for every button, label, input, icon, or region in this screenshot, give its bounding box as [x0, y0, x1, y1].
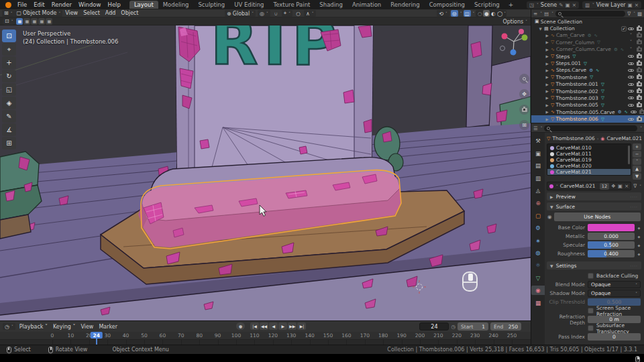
breadcrumb-material[interactable]: CarveMat.021 [606, 135, 642, 141]
camera-render-icon[interactable] [637, 54, 642, 58]
display-mode-icon[interactable]: ▤ [544, 11, 549, 17]
base-color-swatch[interactable] [588, 224, 635, 231]
camera-render-icon[interactable] [637, 34, 642, 38]
eye-icon[interactable] [628, 54, 634, 60]
outliner-item-thombstone-005-carve[interactable]: ▶∿Thombstone.005.Carve⚙∿ [531, 109, 644, 115]
animate-dot-icon[interactable]: ◆ [637, 235, 641, 239]
eye-icon[interactable] [631, 109, 637, 115]
falloff-selector[interactable]: ∧˅ [304, 10, 316, 17]
properties-search-input[interactable] [544, 125, 637, 131]
viewport-scene[interactable]: RIP [0, 25, 531, 320]
outliner-item-cam-carve[interactable]: ▶∿Cam_Carve⚙∿˅ [531, 32, 644, 39]
shading-rendered-icon[interactable]: ◯ [496, 10, 503, 17]
eye-icon[interactable] [628, 25, 634, 32]
overlays-toggle[interactable]: ◎ [451, 10, 458, 17]
visibility-collapsed-icon[interactable]: ˅ [628, 40, 634, 45]
current-frame-field[interactable]: 24 [419, 322, 449, 330]
camera-render-icon[interactable] [637, 75, 642, 79]
material-datablock-field[interactable]: ˅ CarveMat.021 12 ❖ ▣ × [547, 182, 631, 190]
workspace-tab-shading[interactable]: Shading [315, 1, 347, 9]
blender-logo-icon[interactable] [5, 2, 11, 8]
unlink-material-icon[interactable]: × [625, 183, 629, 189]
workspace-tab-animation[interactable]: Animation [347, 1, 386, 9]
timeline-track[interactable] [0, 339, 531, 345]
tab-texture-icon[interactable]: ▦ [531, 298, 545, 308]
slot-scrollbar[interactable] [628, 145, 630, 164]
menu-file[interactable]: File [14, 1, 30, 8]
eye-icon[interactable] [628, 60, 634, 66]
playhead[interactable] [96, 338, 97, 345]
gizmo-axis-neg2[interactable] [500, 46, 505, 51]
camera-render-icon[interactable] [637, 62, 642, 66]
end-frame-field[interactable]: End250 [490, 322, 521, 330]
disclosure-icon[interactable]: ▶ [545, 89, 549, 93]
material-slot-carvemat-021[interactable]: CarveMat.021 [547, 169, 631, 175]
tool-select-box-icon[interactable]: ⊡ [2, 29, 16, 42]
play-reverse-button[interactable]: ◀ [269, 322, 278, 330]
playhead-frame-badge[interactable]: 24 [91, 332, 103, 339]
menu-help[interactable]: Help [104, 1, 123, 8]
disclosure-icon[interactable]: ▶ [545, 40, 549, 44]
tool-move-icon[interactable]: + [2, 56, 16, 69]
outliner[interactable]: ≡˅ ▤˅ ∇˅ ▩ ▣Scene Collection▼▤Collection… [531, 9, 644, 124]
material-slot-carvemat-020[interactable]: CarveMat.020 [547, 163, 631, 169]
orthographic-toggle-icon[interactable]: ⊞ [519, 120, 529, 130]
remove-view-layer-icon[interactable]: × [635, 2, 639, 8]
animate-dot-icon[interactable]: ◆ [637, 243, 641, 247]
gizmo-axis-neg[interactable] [519, 29, 524, 34]
camera-render-icon[interactable] [637, 27, 642, 31]
shading-material-icon[interactable]: ◐ [490, 10, 496, 17]
tab-constraints-icon[interactable]: ⌾ [531, 261, 545, 270]
subsurface-translucency-checkbox[interactable] [588, 325, 594, 331]
select-mode-extend[interactable]: ▦ [23, 18, 30, 25]
select-mode-subtract[interactable]: ▦ [31, 18, 38, 25]
property-slider[interactable]: 0.000 [588, 233, 635, 240]
pivot-selector[interactable]: ◎˅ [258, 10, 270, 17]
tool-rotate-icon[interactable]: ↻ [2, 70, 16, 82]
preview-panel-header[interactable]: ▶Preview···· [547, 192, 641, 200]
menu-edit[interactable]: Edit [30, 1, 48, 8]
menu-render[interactable]: Render [48, 1, 75, 8]
tab-tool-icon[interactable]: ⚒ [531, 136, 545, 145]
camera-render-icon[interactable] [639, 110, 644, 114]
disclosure-icon[interactable]: ▶ [545, 48, 549, 52]
collection-checkbox[interactable]: ✓ [621, 26, 627, 32]
eye-icon[interactable] [628, 95, 634, 101]
material-slot-list[interactable]: CarveMat.010CarveMat.011CarveMat.019Carv… [547, 143, 631, 176]
autokey-record-button[interactable]: ● [236, 322, 245, 330]
eye-icon[interactable] [628, 116, 634, 122]
pass-index-field[interactable]: 0 [588, 333, 641, 341]
snap-target-selector[interactable]: ⌖˅ [282, 10, 292, 17]
eye-icon[interactable] [628, 88, 634, 95]
tool-scale-icon[interactable]: ◱ [2, 83, 16, 96]
gizmo-axis-x[interactable] [502, 34, 508, 40]
eye-icon[interactable] [628, 81, 634, 87]
timeline-ruler[interactable]: 0102030405060708090100110120130140150160… [0, 332, 531, 345]
eye-icon[interactable] [628, 74, 634, 80]
outliner-item-steps-carve[interactable]: ▶∿Steps.Carve⚙∿ [531, 67, 644, 74]
outliner-editor-icon[interactable]: ≡ [533, 11, 537, 17]
tab-object-icon[interactable]: ▢ [531, 211, 545, 221]
view-layer-selector[interactable]: ▥˅ View Layer ▣ × [582, 1, 641, 9]
users-count-badge[interactable]: 12 [600, 183, 609, 190]
tool-annotate-icon[interactable]: ✎ [2, 110, 16, 123]
mode-selector[interactable]: ▢Object Mode˅ [14, 10, 62, 17]
refraction-depth-field[interactable]: 0 m [588, 316, 641, 323]
shading-wireframe-icon[interactable]: ◌ [476, 10, 483, 17]
viewport-menu-view[interactable]: View [62, 10, 80, 16]
editor-type-selector[interactable]: ⊞˅ [2, 10, 14, 17]
pin-scene-icon[interactable]: ✎ [559, 2, 563, 8]
tab-render-icon[interactable]: ▣ [531, 149, 545, 158]
outliner-item-thombstone-005[interactable]: ▶▽Thombstone.005▽ [531, 102, 644, 109]
tab-particles-icon[interactable]: ∗ [531, 236, 545, 245]
outliner-item-corner-column[interactable]: ▶▽Corner_Column▽˅ [531, 39, 644, 46]
start-frame-field[interactable]: Start1 [458, 322, 488, 330]
add-workspace-button[interactable]: + [504, 1, 518, 8]
timeline-editor-selector[interactable]: ◷˅ [3, 323, 15, 330]
show-gizmo-dropdown[interactable]: ⟲˅ [437, 10, 449, 17]
workspace-tab-rendering[interactable]: Rendering [386, 1, 424, 9]
timeline-menu-keying[interactable]: Keying ˅ [50, 324, 78, 330]
outliner-item-steps[interactable]: ▶▽Steps▽ [531, 53, 644, 60]
camera-render-icon[interactable] [637, 68, 642, 72]
autokey-clock-icon[interactable]: ◷ [451, 324, 455, 330]
